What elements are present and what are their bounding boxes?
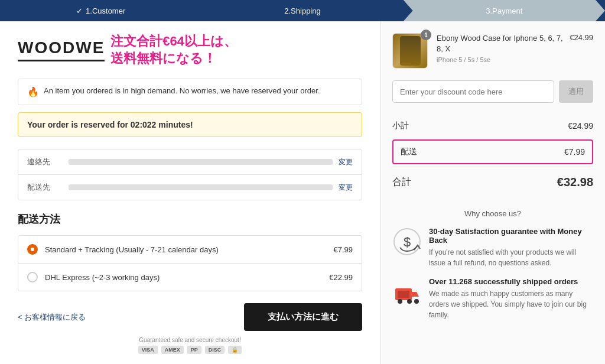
svg-point-5 — [407, 299, 412, 304]
back-link[interactable]: お客様情報に戻る — [18, 312, 86, 323]
product-quantity-badge: 1 — [421, 30, 431, 40]
paypal-icon: PP — [187, 346, 201, 354]
product-variant: iPhone 5 / 5s / 5se — [437, 56, 570, 63]
shipped-icon — [392, 277, 422, 307]
discount-row: 適用 — [392, 80, 593, 103]
discover-icon: DISC — [205, 346, 225, 354]
shipping-option-dhl[interactable]: DHL Express (~2-3 working days) €22.99 — [18, 264, 362, 291]
total-row: 合計 €32.98 — [392, 167, 593, 197]
progress-step-payment: 3.Payment — [404, 0, 605, 21]
address-row: 配送先 変更 — [18, 175, 362, 200]
trust-item-shipped: Over 11.268 successfully shipped orders … — [392, 277, 593, 320]
fire-icon: 🔥 — [27, 86, 39, 98]
contact-edit-button[interactable]: 変更 — [339, 157, 353, 167]
contact-info-section: 連絡先 変更 配送先 変更 — [18, 149, 362, 200]
svg-point-4 — [398, 299, 402, 304]
payment-guarantee: Guaranteed safe and secure checkout! VIS… — [18, 337, 362, 354]
contact-row: 連絡先 変更 — [18, 150, 362, 175]
product-info: Ebony Wood Case for Iphone 5, 6, 7, 8, X… — [437, 33, 570, 63]
address-value-blur — [69, 184, 333, 190]
trust-heading: Why choose us? — [392, 209, 593, 218]
left-panel: WOODWE 注文合計€64以上は、送料無料になる！ 🔥 An item you… — [0, 21, 380, 364]
product-image-inner — [400, 36, 421, 66]
address-edit-button[interactable]: 変更 — [339, 183, 353, 193]
discount-apply-button[interactable]: 適用 — [559, 80, 593, 103]
subtotal-row: 小計 €24.99 — [392, 115, 593, 137]
shopify-icon: 🔒 — [228, 346, 242, 354]
shipping-section-title: 配送方法 — [18, 212, 362, 226]
shipping-options: Standard + Tracking (Usually - 7-21 cale… — [18, 235, 362, 291]
logo: WOODWE — [18, 38, 105, 61]
right-panel: 1 Ebony Wood Case for Iphone 5, 6, 7, 8,… — [380, 21, 605, 364]
product-price: €24.99 — [570, 33, 593, 42]
svg-point-6 — [414, 299, 419, 304]
trust-text-shipped: Over 11.268 successfully shipped orders … — [429, 277, 593, 320]
progress-step-shipping[interactable]: 2.Shipping — [201, 0, 403, 21]
money-back-icon: $ — [392, 227, 422, 256]
promo-text: 注文合計€64以上は、送料無料になる！ — [110, 33, 237, 67]
progress-bar: ✓ 1.Customer 2.Shipping 3.Payment — [0, 0, 605, 21]
continue-button[interactable]: 支払い方法に進む — [244, 303, 362, 331]
payment-icons-row: VISA AMEX PP DISC 🔒 — [18, 346, 362, 354]
shipping-row: 配送 €7.99 — [392, 139, 593, 164]
trust-item-money-back: $ 30-day Satisfaction guarantee with Mon… — [392, 227, 593, 268]
product-item: 1 Ebony Wood Case for Iphone 5, 6, 7, 8,… — [392, 33, 593, 69]
trust-text-money-back: 30-day Satisfaction guarantee with Money… — [429, 227, 593, 268]
check-icon: ✓ — [76, 6, 83, 15]
footer-area: お客様情報に戻る 支払い方法に進む — [18, 303, 362, 331]
product-name: Ebony Wood Case for Iphone 5, 6, 7, 8, X — [437, 33, 570, 54]
svg-text:$: $ — [404, 235, 411, 249]
visa-icon: VISA — [138, 346, 158, 354]
shipping-option-standard[interactable]: Standard + Tracking (Usually - 7-21 cale… — [18, 236, 362, 264]
amex-icon: AMEX — [161, 346, 184, 354]
demand-alert: 🔥 An item you ordered is in high demand.… — [18, 79, 362, 105]
radio-standard[interactable] — [27, 244, 38, 255]
logo-area: WOODWE 注文合計€64以上は、送料無料になる！ — [18, 33, 362, 67]
contact-value-blur — [69, 159, 333, 165]
svg-rect-3 — [398, 291, 409, 298]
timer-box: Your order is reserved for 02:022 minute… — [18, 112, 362, 137]
product-image-wrap: 1 — [392, 33, 428, 69]
main-layout: WOODWE 注文合計€64以上は、送料無料になる！ 🔥 An item you… — [0, 21, 605, 364]
radio-dhl[interactable] — [27, 272, 38, 282]
discount-input[interactable] — [392, 80, 554, 103]
trust-section: Why choose us? $ 30-day Satisfaction gua… — [392, 209, 593, 320]
progress-step-customer[interactable]: ✓ 1.Customer — [0, 0, 201, 21]
